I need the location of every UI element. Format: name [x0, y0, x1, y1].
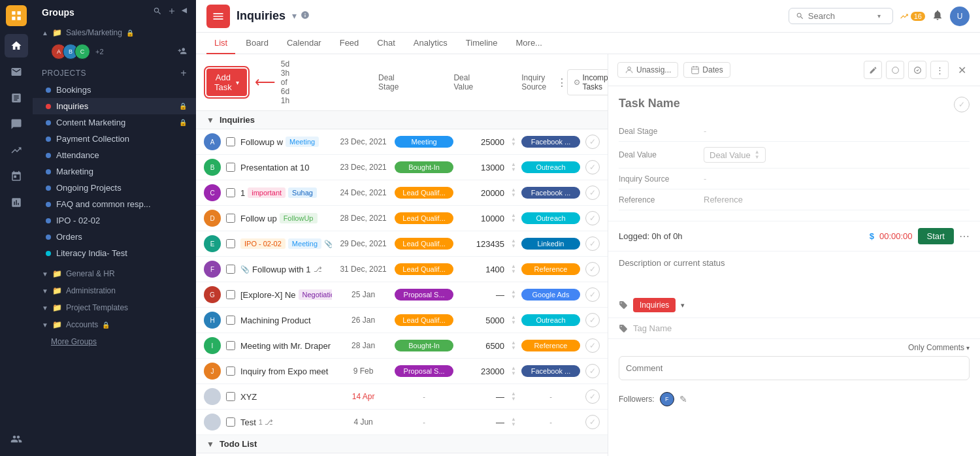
complete-btn-1[interactable]: ✓ — [585, 135, 600, 149]
nav-analytics[interactable] — [5, 138, 28, 162]
stepper-2[interactable]: ▲▼ — [511, 162, 516, 172]
nav-inbox[interactable] — [5, 60, 28, 84]
task-checkbox-6[interactable] — [226, 265, 235, 274]
complete-btn-7[interactable]: ✓ — [585, 287, 600, 302]
stepper-7[interactable]: ▲▼ — [511, 289, 516, 300]
group-general-hr[interactable]: ▼ 📁 General & HR — [33, 265, 196, 282]
assign-button[interactable]: Unassig... — [617, 62, 678, 78]
bell-icon[interactable] — [932, 9, 943, 23]
complete-btn-3[interactable]: ✓ — [585, 186, 600, 200]
task-name-4[interactable]: Follow up FollowUp — [240, 213, 332, 223]
stage-badge-7[interactable]: Proposal S... — [395, 289, 453, 301]
task-checkbox-8[interactable] — [226, 316, 235, 325]
notification-badge[interactable]: 16 — [900, 12, 925, 21]
tab-list[interactable]: List — [206, 33, 235, 54]
task-checkbox-7[interactable] — [226, 290, 235, 299]
back-icon[interactable]: ◀ — [182, 7, 187, 18]
add-task-button[interactable]: Add Task ▾ — [206, 69, 247, 96]
column-options-icon[interactable]: ⋮ — [557, 76, 567, 89]
group-administration[interactable]: ▼ 📁 Administration — [33, 282, 196, 299]
sidebar-item-ongoing-projects[interactable]: Ongoing Projects — [33, 180, 196, 196]
inquiry-badge-1[interactable]: Facebook ... — [521, 136, 580, 148]
search-icon[interactable] — [153, 7, 162, 18]
stepper-1[interactable]: ▲▼ — [511, 137, 516, 147]
nav-tasks[interactable] — [5, 86, 28, 110]
start-button[interactable]: Start — [918, 228, 954, 244]
stage-badge-9[interactable]: Bought-In — [395, 340, 453, 351]
sidebar-item-content-marketing[interactable]: Content Marketing 🔒 — [33, 114, 196, 131]
stage-badge-1[interactable]: Meeting — [395, 136, 453, 148]
task-checkbox-10[interactable] — [226, 366, 235, 376]
nav-home[interactable] — [5, 34, 28, 57]
stepper-8[interactable]: ▲▼ — [511, 315, 516, 325]
search-input[interactable] — [808, 11, 874, 21]
sidebar-item-literacy[interactable]: Literacy India- Test — [33, 245, 196, 261]
panel-circle-icon[interactable] — [886, 61, 904, 79]
complete-btn-2[interactable]: ✓ — [585, 160, 600, 174]
todo-toggle-icon[interactable]: ▼ — [206, 440, 214, 449]
inquiry-badge-6[interactable]: Reference — [521, 263, 580, 275]
task-name-field[interactable] — [619, 97, 954, 110]
only-comments-toggle[interactable]: Only Comments ▾ — [608, 339, 980, 356]
add-project-icon[interactable]: + — [180, 67, 187, 79]
user-avatar[interactable]: U — [950, 7, 970, 26]
tab-chat[interactable]: Chat — [369, 33, 402, 54]
task-name-10[interactable]: Inquiry from Expo meet — [240, 366, 332, 376]
tab-timeline[interactable]: Timeline — [458, 33, 506, 54]
stepper-10[interactable]: ▲▼ — [511, 366, 516, 376]
inquiry-source-value[interactable]: - — [704, 174, 970, 184]
inquiry-badge-8[interactable]: Outreach — [521, 314, 580, 326]
task-name-5[interactable]: IPO - 02-02 Meeting 📎 — [240, 238, 332, 249]
deal-value-stepper[interactable]: ▲▼ — [755, 150, 760, 160]
task-checkbox-9[interactable] — [226, 341, 235, 350]
panel-check-icon[interactable] — [908, 61, 926, 79]
sidebar-item-orders[interactable]: Orders — [33, 229, 196, 245]
sidebar-item-faq[interactable]: FAQ and common resp... — [33, 196, 196, 212]
group-accounts[interactable]: ▼ 📁 Accounts 🔒 — [33, 316, 196, 333]
tag-name-placeholder[interactable]: Tag Name — [633, 323, 672, 333]
deal-value-input[interactable]: Deal Value ▲▼ — [704, 147, 766, 163]
inquiry-badge-12[interactable]: - — [521, 416, 580, 428]
sidebar-item-marketing[interactable]: Marketing — [33, 163, 196, 180]
chevron-down-icon[interactable]: ▾ — [292, 10, 297, 22]
timer-more-icon[interactable]: ⋯ — [959, 230, 970, 242]
section-toggle-icon[interactable]: ▼ — [206, 116, 214, 125]
nav-reports[interactable] — [5, 191, 28, 214]
complete-btn-10[interactable]: ✓ — [585, 364, 600, 378]
task-name-7[interactable]: [Explore-X] Ne Negotiation — [240, 289, 332, 300]
tab-more[interactable]: More... — [508, 33, 550, 54]
inquiry-badge-9[interactable]: Reference — [521, 340, 580, 351]
inquiry-badge-7[interactable]: Google Ads — [521, 289, 580, 301]
inquiry-badge-11[interactable]: - — [521, 391, 580, 402]
more-groups-link[interactable]: More Groups — [33, 333, 196, 350]
nav-calendar[interactable] — [5, 165, 28, 188]
stage-badge-2[interactable]: Bought-In — [395, 161, 453, 173]
nav-people[interactable] — [5, 427, 28, 451]
task-name-9[interactable]: Meeting with Mr. Draper — [240, 341, 332, 351]
complete-btn-6[interactable]: ✓ — [585, 262, 600, 276]
group-sales-marketing[interactable]: ▲ 📁 Sales/Marketing 🔒 — [33, 24, 196, 41]
complete-btn-4[interactable]: ✓ — [585, 211, 600, 225]
sidebar-item-inquiries[interactable]: Inquiries 🔒 — [33, 98, 196, 114]
task-checkbox-1[interactable] — [226, 137, 235, 146]
nav-chat[interactable] — [5, 112, 28, 136]
inquiry-badge-10[interactable]: Facebook ... — [521, 365, 580, 377]
task-checkbox-12[interactable] — [226, 417, 235, 427]
stepper-11[interactable]: ▲▼ — [511, 391, 516, 402]
stage-badge-11[interactable]: - — [395, 391, 453, 402]
panel-edit-icon[interactable] — [864, 61, 882, 79]
inquiry-badge-4[interactable]: Outreach — [521, 212, 580, 224]
group-project-templates[interactable]: ▼ 📁 Project Templates — [33, 299, 196, 316]
task-name-11[interactable]: XYZ — [240, 392, 332, 402]
sidebar-item-bookings[interactable]: Bookings — [33, 82, 196, 98]
task-name-8[interactable]: Machining Product — [240, 316, 332, 325]
task-name-2[interactable]: Presentation at 10 — [240, 163, 332, 172]
task-name-3[interactable]: 1 important Suhag — [240, 187, 332, 198]
stage-badge-4[interactable]: Lead Qualif... — [395, 212, 453, 224]
stage-badge-10[interactable]: Proposal S... — [395, 365, 453, 377]
search-box[interactable]: ▾ — [789, 8, 893, 24]
stage-badge-8[interactable]: Lead Qualif... — [395, 314, 453, 326]
stepper-12[interactable]: ▲▼ — [511, 417, 516, 427]
stage-badge-5[interactable]: Lead Qualif... — [395, 238, 453, 250]
close-button[interactable]: ✕ — [953, 61, 971, 79]
